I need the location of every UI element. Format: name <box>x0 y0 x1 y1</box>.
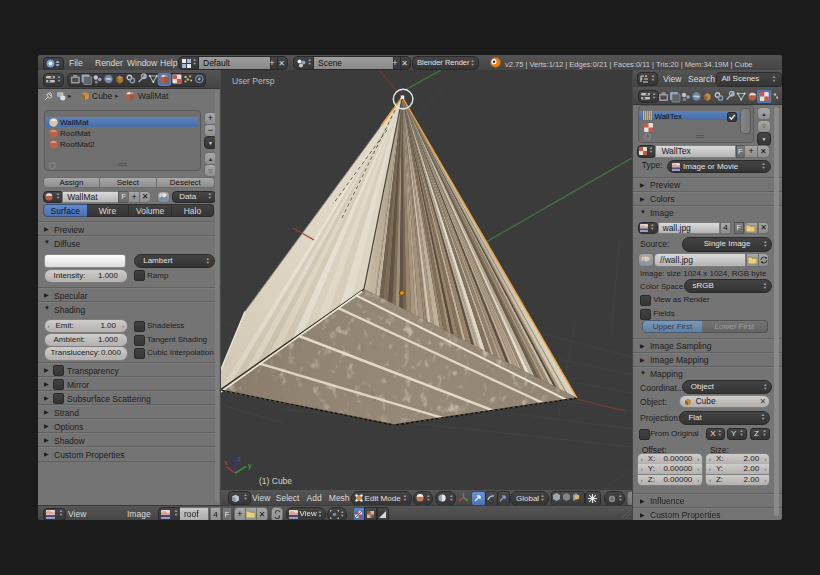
svg-text:x: x <box>224 459 228 466</box>
svg-text:(1) Cube: (1) Cube <box>259 476 292 486</box>
svg-text:User Persp: User Persp <box>232 76 275 86</box>
svg-text:y: y <box>248 462 252 470</box>
svg-text:z: z <box>238 455 242 462</box>
